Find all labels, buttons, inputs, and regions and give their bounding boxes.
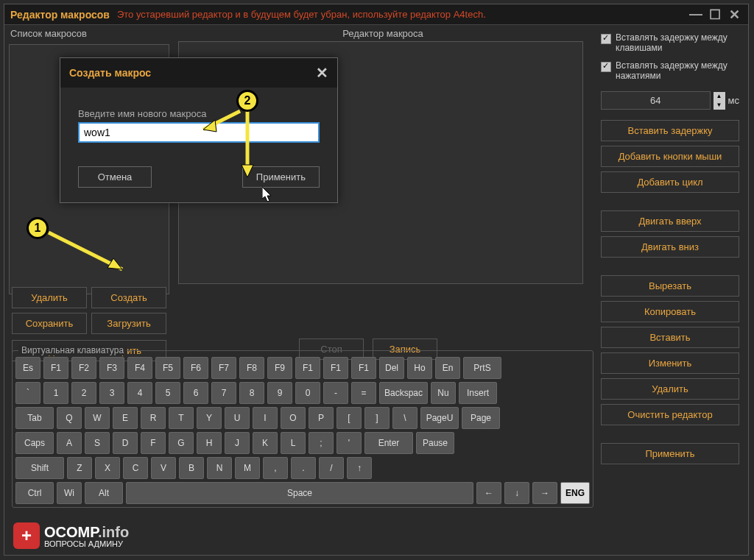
key-f8[interactable]: F8	[239, 357, 264, 379]
key-.[interactable]: .	[291, 457, 316, 479]
key-f[interactable]: F	[141, 432, 166, 454]
delete-item-button[interactable]: Удалить	[601, 378, 739, 400]
key-5[interactable]: 5	[155, 382, 180, 404]
delete-button[interactable]: Удалить	[12, 287, 87, 308]
key-tab[interactable]: Tab	[15, 407, 54, 429]
key-↑[interactable]: ↑	[347, 457, 372, 479]
create-button[interactable]: Создать	[91, 287, 166, 308]
dialog-close-icon[interactable]: ✕	[316, 64, 328, 82]
key-←[interactable]: ←	[476, 482, 501, 504]
key-ctrl[interactable]: Ctrl	[15, 482, 54, 504]
key-ho[interactable]: Ho	[407, 357, 432, 379]
key-insert[interactable]: Insert	[459, 382, 497, 404]
spinner-down-icon[interactable]: ▼	[714, 101, 725, 110]
key-0[interactable]: 0	[295, 382, 320, 404]
key-6[interactable]: 6	[183, 382, 208, 404]
add-mouse-button[interactable]: Добавить кнопки мыши	[601, 146, 739, 167]
key-pageu[interactable]: PageU	[420, 407, 459, 429]
key-backspac[interactable]: Backspac	[379, 382, 428, 404]
key-z[interactable]: Z	[67, 457, 92, 479]
checkbox-icon[interactable]	[601, 34, 611, 44]
cut-button[interactable]: Вырезать	[601, 275, 739, 297]
key-nu[interactable]: Nu	[431, 382, 456, 404]
key-r[interactable]: R	[141, 407, 166, 429]
key-a[interactable]: A	[57, 432, 82, 454]
checkbox-delay-press[interactable]: Вставлять задержку между нажатиями	[601, 60, 739, 81]
key-q[interactable]: Q	[57, 407, 82, 429]
minimize-icon[interactable]: —	[688, 7, 704, 23]
key-m[interactable]: M	[235, 457, 260, 479]
key-f1[interactable]: F1	[351, 357, 376, 379]
key-/[interactable]: /	[319, 457, 344, 479]
key-→[interactable]: →	[532, 482, 557, 504]
apply-button[interactable]: Применить	[601, 443, 739, 464]
key-t[interactable]: T	[169, 407, 194, 429]
key-p[interactable]: P	[309, 407, 334, 429]
key-es[interactable]: Es	[15, 357, 40, 379]
checkbox-delay-keys[interactable]: Вставлять задержку между клавишами	[601, 32, 739, 53]
key-eng[interactable]: ENG	[560, 482, 590, 504]
key-f2[interactable]: F2	[71, 357, 96, 379]
key-,[interactable]: ,	[263, 457, 288, 479]
key-enter[interactable]: Enter	[364, 432, 413, 454]
key-g[interactable]: G	[169, 432, 194, 454]
key-x[interactable]: X	[95, 457, 120, 479]
key-'[interactable]: '	[337, 432, 362, 454]
key-page[interactable]: Page	[462, 407, 500, 429]
key-caps[interactable]: Caps	[15, 432, 54, 454]
key-f5[interactable]: F5	[155, 357, 180, 379]
key-f1[interactable]: F1	[43, 357, 68, 379]
key-4[interactable]: 4	[127, 382, 152, 404]
key-2[interactable]: 2	[71, 382, 96, 404]
key-del[interactable]: Del	[379, 357, 404, 379]
key-wi[interactable]: Wi	[57, 482, 82, 504]
key--[interactable]: -	[323, 382, 348, 404]
key-f1[interactable]: F1	[323, 357, 348, 379]
delay-value-input[interactable]: 64	[601, 91, 711, 110]
key-f9[interactable]: F9	[267, 357, 292, 379]
move-down-button[interactable]: Двигать вниз	[601, 236, 739, 258]
key-u[interactable]: U	[225, 407, 250, 429]
load-button[interactable]: Загрузить	[91, 313, 166, 334]
key-pause[interactable]: Pause	[416, 432, 454, 454]
key-↓[interactable]: ↓	[504, 482, 529, 504]
key-l[interactable]: L	[281, 432, 306, 454]
key-j[interactable]: J	[225, 432, 250, 454]
spinner-up-icon[interactable]: ▲	[714, 92, 725, 101]
key-1[interactable]: 1	[43, 382, 68, 404]
key-space[interactable]: Space	[126, 482, 473, 504]
key-f3[interactable]: F3	[99, 357, 124, 379]
key-i[interactable]: I	[253, 407, 278, 429]
key-c[interactable]: C	[123, 457, 148, 479]
key-f1[interactable]: F1	[295, 357, 320, 379]
key-y[interactable]: Y	[197, 407, 222, 429]
insert-delay-button[interactable]: Вставить задержку	[601, 120, 739, 141]
key-en[interactable]: En	[435, 357, 460, 379]
key-prts[interactable]: PrtS	[463, 357, 501, 379]
key-\[interactable]: \	[392, 407, 417, 429]
add-loop-button[interactable]: Добавить цикл	[601, 171, 739, 193]
key-v[interactable]: V	[151, 457, 176, 479]
key-`[interactable]: `	[15, 382, 40, 404]
key-f7[interactable]: F7	[211, 357, 236, 379]
clear-editor-button[interactable]: Очистить редактор	[601, 404, 739, 425]
key-b[interactable]: B	[179, 457, 204, 479]
key-d[interactable]: D	[113, 432, 138, 454]
key-s[interactable]: S	[85, 432, 110, 454]
key-7[interactable]: 7	[211, 382, 236, 404]
key-n[interactable]: N	[207, 457, 232, 479]
key-][interactable]: ]	[364, 407, 390, 429]
move-up-button[interactable]: Двигать вверх	[601, 210, 739, 232]
key-k[interactable]: K	[253, 432, 278, 454]
key-shift[interactable]: Shift	[15, 457, 64, 479]
paste-button[interactable]: Вставить	[601, 327, 739, 348]
key-=[interactable]: =	[351, 382, 376, 404]
key-3[interactable]: 3	[99, 382, 124, 404]
key-alt[interactable]: Alt	[85, 482, 123, 504]
key-e[interactable]: E	[113, 407, 138, 429]
close-icon[interactable]: ✕	[726, 7, 742, 23]
key-;[interactable]: ;	[309, 432, 334, 454]
edit-button[interactable]: Изменить	[601, 352, 739, 374]
key-o[interactable]: O	[281, 407, 306, 429]
key-f6[interactable]: F6	[183, 357, 208, 379]
